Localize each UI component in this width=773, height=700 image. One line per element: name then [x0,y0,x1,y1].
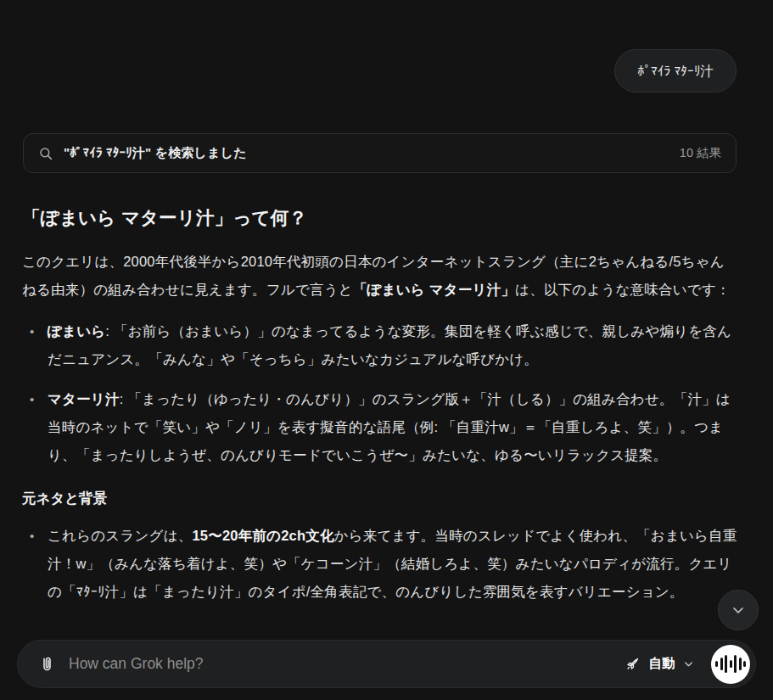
search-query-text: "ﾎﾟﾏｲﾗ ﾏﾀｰﾘ汁" を検索しました [64,145,247,161]
list-item: ぽまいら: 「お前ら（おまいら）」のなまってるような変形。集団を軽く呼ぶ感じで、… [22,317,738,373]
user-message-row: ﾎﾟﾏｲﾗ ﾏﾀｰﾘ汁 [0,0,773,92]
definition-text: : 「お前ら（おまいら）」のなまってるような変形。集団を軽く呼ぶ感じで、親しみや… [48,323,731,367]
search-result-count: 10 結果 [680,145,721,161]
definition-term: ぽまいら [48,323,105,339]
chat-input[interactable] [69,655,608,673]
chevron-down-icon [683,658,694,669]
definition-list: ぽまいら: 「お前ら（おまいら）」のなまってるような変形。集団を軽く呼ぶ感じで、… [22,317,738,469]
list-item: マターリ汁: 「まったり（ゆったり・のんびり）」のスラング版＋「汁（しる）」の組… [22,385,738,469]
background-text-pre: これらのスラングは、 [48,528,192,543]
composer-bar: 自動 [17,640,756,688]
attach-button[interactable] [33,651,60,678]
scroll-down-button[interactable] [718,590,759,630]
intro-text-post: は、以下のような意味合いです： [515,282,731,297]
background-text-bold: 15〜20年前の2ch文化 [192,528,333,543]
assistant-answer: 「ぽまいら マターリ汁」って何？ このクエリは、2000年代後半から2010年代… [0,173,773,606]
voice-waveform-icon [715,661,718,667]
voice-mode-button[interactable] [711,645,750,684]
background-list: これらのスラングは、15〜20年前の2ch文化から来てます。当時のスレッドでよく… [22,522,738,606]
answer-intro-paragraph: このクエリは、2000年代後半から2010年代初頭の日本のインターネットスラング… [22,248,738,304]
search-icon [38,146,53,161]
search-status-bar[interactable]: "ﾎﾟﾏｲﾗ ﾏﾀｰﾘ汁" を検索しました 10 結果 [23,133,737,173]
definition-term: マターリ汁 [48,391,120,406]
paperclip-icon [38,655,56,673]
definition-text: : 「まったり（ゆったり・のんびり）」のスラング版＋「汁（しる）」の組み合わせ。… [48,391,731,462]
mode-label: 自動 [648,655,675,673]
rocket-icon [625,656,641,672]
user-message-bubble: ﾎﾟﾏｲﾗ ﾏﾀｰﾘ汁 [614,49,737,92]
answer-title: 「ぽまいら マターリ汁」って何？ [22,205,738,230]
grok-chat-page: ﾎﾟﾏｲﾗ ﾏﾀｰﾘ汁 "ﾎﾟﾏｲﾗ ﾏﾀｰﾘ汁" を検索しました 10 結果 … [0,0,773,700]
list-item: これらのスラングは、15〜20年前の2ch文化から来てます。当時のスレッドでよく… [22,522,738,606]
mode-selector[interactable]: 自動 [616,650,703,678]
section-heading: 元ネタと背景 [22,490,738,508]
chevron-down-icon [730,602,747,619]
intro-text-bold: 「ぽまいら マターリ汁」 [353,282,515,297]
